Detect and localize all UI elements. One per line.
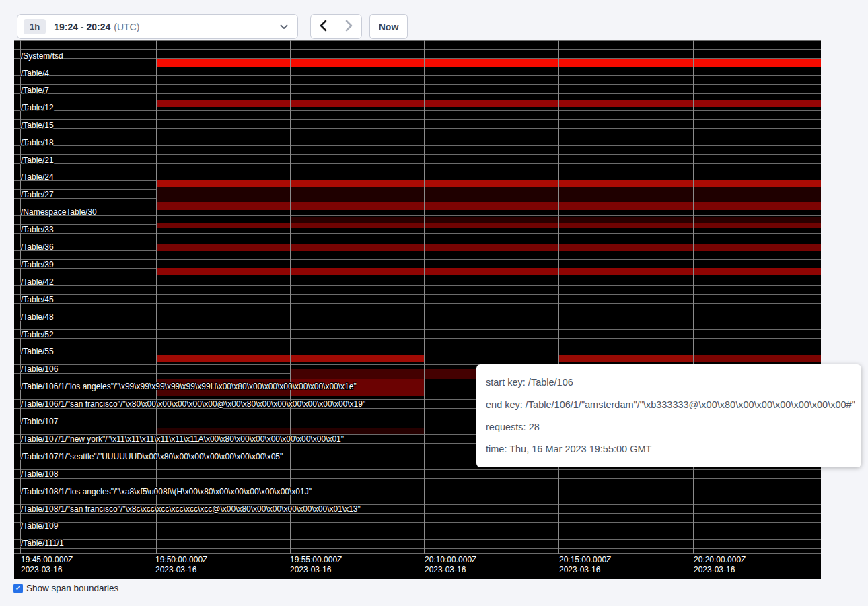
row-label: /Table/24 xyxy=(21,172,54,182)
heat-band xyxy=(156,180,821,187)
span-boundary-line xyxy=(14,242,821,242)
span-boundary-line xyxy=(14,277,821,277)
span-boundary-line xyxy=(14,172,821,172)
row-label: /Table/21 xyxy=(21,156,54,165)
span-boundary-line xyxy=(14,522,821,523)
time-range-text: 19:24 - 20:24 xyxy=(54,22,110,32)
chevron-down-icon xyxy=(280,24,288,30)
time-grid-line xyxy=(693,40,694,554)
span-boundary-line xyxy=(14,329,821,330)
x-axis-tick: 20:10:00.000Z2023-03-16 xyxy=(425,555,476,575)
span-boundary-line xyxy=(14,67,821,67)
row-label: /Table/108/1/"san francisco"/"\x8c\xcc\x… xyxy=(21,504,361,514)
span-boundary-line xyxy=(14,119,821,120)
row-label: /Table/42 xyxy=(21,277,54,287)
x-axis-tick-time: 20:10:00.000Z xyxy=(425,555,476,565)
time-grid-line xyxy=(424,40,425,554)
row-label: /Table/15 xyxy=(21,121,54,130)
heat-band xyxy=(290,217,821,223)
span-boundary-line xyxy=(14,321,821,321)
row-label: /Table/52 xyxy=(21,330,54,339)
row-label: /System/tsd xyxy=(21,51,63,61)
x-axis-tick: 19:50:00.000Z2023-03-16 xyxy=(155,555,207,575)
heatmap-canvas[interactable]: /System/tsd/Table/4/Table/7/Table/12/Tab… xyxy=(14,40,821,579)
span-boundary-line xyxy=(14,338,821,339)
row-label: /Table/106 xyxy=(21,364,58,374)
x-axis-tick: 19:55:00.000Z2023-03-16 xyxy=(290,555,342,575)
row-label: /Table/108/1/"los angeles"/"\xa8\xf5\u00… xyxy=(21,487,312,496)
span-boundary-line xyxy=(14,75,821,76)
row-label: /Table/45 xyxy=(21,295,54,304)
footer: ✓ Show span boundaries xyxy=(13,583,118,593)
time-grid-line xyxy=(290,40,291,554)
tooltip-line: start key: /Table/106 xyxy=(486,377,851,388)
row-label: /Table/107/1/"new york"/"\x11\x11\x11\x1… xyxy=(21,434,344,444)
x-axis-tick-date: 2023-03-16 xyxy=(21,565,73,575)
span-boundary-line xyxy=(14,312,821,312)
x-axis-tick-date: 2023-03-16 xyxy=(155,565,207,575)
span-boundary-line xyxy=(14,58,821,59)
span-boundary-line xyxy=(14,303,821,304)
span-boundary-line xyxy=(14,548,821,549)
tooltip-line: time: Thu, 16 Mar 2023 19:55:00 GMT xyxy=(486,444,851,454)
heat-band xyxy=(156,100,821,107)
span-boundary-line xyxy=(14,93,821,94)
show-span-boundaries-label: Show span boundaries xyxy=(26,583,118,593)
row-label: /Table/109 xyxy=(21,521,58,531)
span-boundary-line xyxy=(14,154,821,155)
chevron-left-icon xyxy=(319,20,328,34)
time-range-zone: (UTC) xyxy=(114,22,139,32)
row-label: /Table/27 xyxy=(21,190,54,199)
row-label: /Table/12 xyxy=(21,103,54,112)
tooltip-line: requests: 28 xyxy=(486,422,851,432)
row-label: /Table/39 xyxy=(21,260,54,269)
span-boundary-line xyxy=(14,553,821,554)
span-boundary-line xyxy=(14,294,821,295)
x-axis-tick-time: 19:55:00.000Z xyxy=(290,555,342,565)
row-label: /Table/107 xyxy=(21,417,58,426)
row-label: /Table/7 xyxy=(21,86,49,95)
span-boundary-line xyxy=(14,478,821,479)
span-boundary-line xyxy=(14,163,821,164)
x-axis-tick-time: 20:15:00.000Z xyxy=(559,555,611,565)
x-axis-tick-date: 2023-03-16 xyxy=(694,565,746,575)
prev-time-button[interactable] xyxy=(310,14,336,39)
next-time-button[interactable] xyxy=(336,14,362,39)
x-axis-tick-date: 2023-03-16 xyxy=(290,565,342,575)
row-label: /Table/111/1 xyxy=(21,539,64,548)
heat-band xyxy=(156,268,821,275)
span-boundary-line xyxy=(14,539,821,540)
time-nav-group xyxy=(310,14,362,39)
span-boundary-line xyxy=(14,233,821,234)
row-label: /Table/55 xyxy=(21,347,54,356)
now-button[interactable]: Now xyxy=(369,14,408,39)
span-boundary-line xyxy=(14,347,821,347)
heat-band xyxy=(156,59,821,67)
heat-band xyxy=(156,202,821,210)
tooltip-line: end key: /Table/106/1/"amsterdam"/"\xb33… xyxy=(486,399,851,410)
span-boundary-line xyxy=(14,259,821,260)
span-boundary-line xyxy=(14,215,821,216)
row-label: /Table/107/1/"seattle"/"UUUUUUD\x00\x80\… xyxy=(21,452,283,461)
toolbar: 1h 19:24 - 20:24 (UTC) Now xyxy=(17,14,408,39)
span-boundary-line xyxy=(14,110,821,111)
x-axis-tick-date: 2023-03-16 xyxy=(425,565,476,575)
span-boundary-line xyxy=(14,469,821,470)
span-boundary-line xyxy=(14,84,821,85)
x-axis-tick-time: 20:20:00.000Z xyxy=(694,555,746,565)
span-boundary-line xyxy=(14,128,821,129)
heat-band xyxy=(693,355,821,362)
chevron-right-icon xyxy=(345,20,353,34)
row-label: /Table/48 xyxy=(21,312,54,322)
span-boundary-line xyxy=(14,40,821,41)
row-label: /Table/36 xyxy=(21,242,54,252)
show-span-boundaries-checkbox[interactable]: ✓ xyxy=(13,584,23,593)
span-boundary-line xyxy=(14,49,821,50)
x-axis-tick: 20:15:00.000Z2023-03-16 xyxy=(559,555,611,575)
row-label: /Table/106/1/"los angeles"/"\x99\x99\x99… xyxy=(21,382,357,391)
heat-band xyxy=(558,355,693,362)
heat-band xyxy=(156,223,821,228)
span-boundary-line xyxy=(14,531,821,531)
time-grid-line xyxy=(156,40,157,554)
time-range-dropdown[interactable]: 1h 19:24 - 20:24 (UTC) xyxy=(17,14,298,39)
